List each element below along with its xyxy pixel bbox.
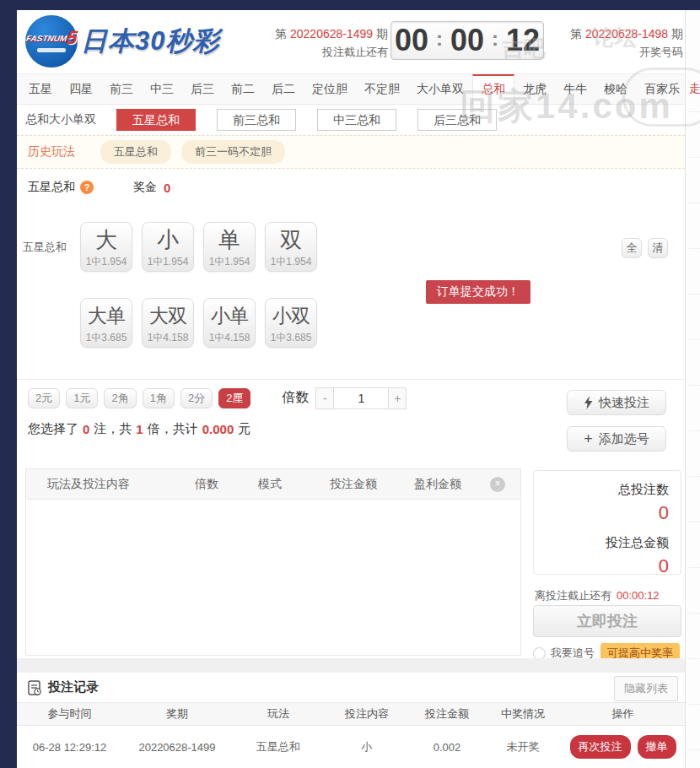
bet-option-name: 小 [143,224,193,255]
hide-list-button[interactable]: 隐藏列表 [614,676,678,701]
countdown-timer: 00 : 00 : 12 [390,21,544,60]
unit-button-1角[interactable]: 1角 [143,388,175,408]
unit-buttons: 2元1元2角1角2分2厘 [28,388,256,408]
timer-hours: 00 [395,23,428,58]
nav-tab-五星[interactable]: 五星 [20,74,61,104]
nav-tab-label: 中三 [150,82,174,95]
nav-tab-不定胆[interactable]: 不定胆 [356,74,408,104]
clear-button[interactable]: 清 [648,238,668,258]
betslip-column-header: 投注金额 [330,477,414,492]
unit-button-2分[interactable]: 2分 [180,388,213,408]
bet-records-section: 投注记录 隐藏列表 参与时间奖期玩法投注内容投注金额中奖情况操作 06-28 1… [17,673,685,768]
bet-option-小[interactable]: 小1中1.954 [142,222,194,272]
subnav-label[interactable]: 总和大小单双 [25,112,96,127]
nav-tab-前三[interactable]: 前三 [101,74,142,104]
nav-tab-大小单双[interactable]: 大小单双 [408,74,472,104]
records-column-header: 玩法 [232,706,325,722]
bet-now-button[interactable]: 立即投注 [533,605,681,637]
bet-option-单[interactable]: 单1中1.954 [203,222,256,272]
sub-nav: 总和大小单双 五星总和前三总和中三总和后三总和 [17,105,685,135]
bet-option-大[interactable]: 大1中1.954 [80,222,132,272]
divider-line [689,522,700,522]
nav-tab-前二[interactable]: 前二 [223,74,263,104]
nav-tab-百家乐[interactable]: 百家乐 [636,74,688,104]
prize-label: 奖金 [133,180,157,195]
bet-option-name: 大双 [143,300,193,331]
history-pill[interactable]: 前三一码不定胆 [181,140,285,164]
close-icon[interactable]: × [490,477,505,492]
bet-option-odds: 1中1.954 [204,255,255,269]
bet-row-label: 五星总和 [23,240,67,255]
history-pill[interactable]: 五星总和 [100,140,171,164]
unit-button-1元[interactable]: 1元 [66,388,98,408]
multiplier-minus-button[interactable]: - [315,387,334,409]
bet-options-row-1: 大1中1.954小1中1.954单1中1.954双1中1.954 [80,222,317,272]
subnav-tab-前三总和[interactable]: 前三总和 [217,109,296,131]
site-title: 日本30秒彩 [81,24,219,59]
rebet-button[interactable]: 再次投注 [570,735,631,759]
subnav-tab-五星总和[interactable]: 五星总和 [116,109,196,131]
record-cell: 06-28 12:29:12 [17,741,122,754]
bet-option-小双[interactable]: 小双1中3.685 [265,298,317,348]
multiplier-input[interactable] [334,387,388,409]
bet-option-大单[interactable]: 大单1中3.685 [80,298,132,348]
record-row: 06-28 12:29:1220220628-1499五星总和小0.002未开奖… [17,726,685,768]
bet-option-大双[interactable]: 大双1中4.158 [142,298,194,348]
nav-tab-label: 前三 [110,82,133,95]
records-table-body: 06-28 12:29:1220220628-1499五星总和小0.002未开奖… [17,726,685,768]
cancel-order-button[interactable]: 撤单 [638,735,676,759]
nav-tab-label: 龙虎 [523,82,547,95]
select-all-button[interactable]: 全 [622,238,642,258]
total-bets-value: 0 [534,502,669,524]
records-column-header: 中奖情况 [485,706,561,722]
subnav-tab-后三总和[interactable]: 后三总和 [417,109,497,131]
divider-line [689,294,700,295]
divider-line [689,476,700,477]
add-number-label: 添加选号 [599,431,649,447]
divider-line [689,704,700,705]
record-cell: 20220628-1499 [122,741,232,754]
divider-line [689,248,700,249]
unit-button-2元[interactable]: 2元 [28,388,60,408]
records-column-header: 奖期 [122,706,232,722]
bet-option-odds: 1中1.954 [81,255,132,269]
nav-tab-label: 后二 [272,82,295,95]
play-name: 五星总和 [28,180,75,195]
bet-option-name: 大 [81,224,132,255]
help-icon[interactable]: ? [80,181,94,194]
nav-tab-后三[interactable]: 后三 [182,74,223,104]
last-issue-number: 20220628-1498 [585,27,668,41]
divider-line [689,111,700,112]
divider-line [689,430,700,431]
nav-tab-总和[interactable]: 总和 [472,74,514,104]
bet-option-name: 双 [266,224,316,255]
unit-button-2厘[interactable]: 2厘 [218,388,250,408]
subnav-tab-中三总和[interactable]: 中三总和 [317,109,396,131]
nav-tab-label: 定位胆 [312,82,347,95]
bet-option-双[interactable]: 双1中1.954 [265,222,317,272]
total-amount: 0.000 [202,422,234,436]
bet-records-header: 投注记录 隐藏列表 [17,673,685,702]
prize-value: 0 [164,181,170,195]
nav-tab-定位胆[interactable]: 定位胆 [304,74,356,104]
nav-tab-后二[interactable]: 后二 [263,74,304,104]
bet-option-小单[interactable]: 小单1中4.158 [203,298,256,348]
nav-tab-四星[interactable]: 四星 [61,74,101,104]
order-success-toast: 订单提交成功！ [426,280,530,304]
unit-button-2角[interactable]: 2角 [104,388,136,408]
quick-bet-button[interactable]: 快速投注 [567,390,666,415]
site-logo[interactable]: FASTNUM 5 [25,15,78,68]
multiplier-plus-button[interactable]: + [388,387,407,409]
record-cell: 0.002 [409,741,485,754]
multiplier-label: 倍数 [282,389,309,407]
add-number-button[interactable]: + 添加选号 [567,426,666,452]
bet-options-row-2: 大单1中3.685大双1中4.158小单1中4.158小双1中3.685 [80,298,317,348]
nav-tab-牛牛[interactable]: 牛牛 [555,74,595,104]
divider-line [689,385,700,386]
timer-seconds: 12 [506,23,540,58]
deadline-time: 00:00:12 [617,589,660,602]
last-issue-block: 第 20220628-1498 期 开奖号码 [548,24,683,62]
nav-tab-梭哈[interactable]: 梭哈 [595,74,636,104]
nav-tab-龙虎[interactable]: 龙虎 [514,74,555,104]
nav-tab-中三[interactable]: 中三 [142,74,182,104]
